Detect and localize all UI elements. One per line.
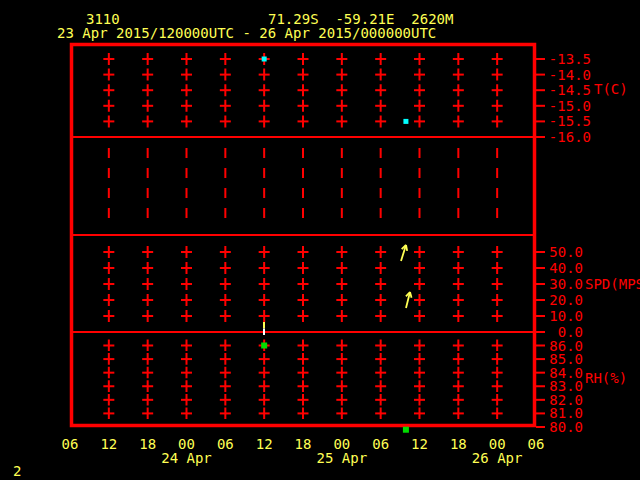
x-axis-tick-label: 18: [446, 437, 470, 451]
temperature-axis-unit-label: T(C): [594, 82, 628, 96]
x-axis-tick-label: 12: [97, 437, 121, 451]
y-axis-tick-label: 10.0: [521, 309, 583, 323]
humidity-obs-point: [403, 427, 409, 433]
station-coordinates: 71.29S -59.21E 2620M: [268, 12, 453, 26]
x-axis-tick-label: 06: [58, 437, 82, 451]
x-axis-tick-label: 00: [485, 437, 509, 451]
y-axis-tick-label: -15.5: [529, 114, 591, 128]
x-axis-tick-label: 06: [213, 437, 237, 451]
x-axis-tick-label: 00: [175, 437, 199, 451]
y-axis-tick-label: -16.0: [529, 130, 591, 144]
y-axis-tick-label: -15.0: [529, 99, 591, 113]
x-axis-date-label: 26 Apr: [469, 451, 525, 465]
y-axis-tick-label: 40.0: [521, 261, 583, 275]
station-id: 3110: [86, 12, 120, 26]
x-axis-date-label: 25 Apr: [314, 451, 370, 465]
x-axis-tick-label: 00: [330, 437, 354, 451]
time-range-label: 23 Apr 2015/120000UTC - 26 Apr 2015/0000…: [57, 26, 436, 40]
wind-direction-arrow-head: [410, 292, 412, 298]
x-axis-tick-label: 12: [252, 437, 276, 451]
meteogram-screen: 3110 71.29S -59.21E 2620M 23 Apr 2015/12…: [0, 0, 640, 480]
humidity-axis-unit-label: RH(%): [585, 371, 627, 385]
x-axis-tick-label: 06: [369, 437, 393, 451]
y-axis-tick-label: 80.0: [521, 420, 583, 434]
y-axis-tick-label: 30.0: [521, 277, 583, 291]
x-axis-tick-label: 12: [408, 437, 432, 451]
x-axis-tick-label: 18: [136, 437, 160, 451]
y-axis-tick-label: -14.5: [529, 83, 591, 97]
y-axis-tick-label: -14.0: [529, 68, 591, 82]
y-axis-tick-label: 0.0: [521, 325, 583, 339]
x-axis-date-label: 24 Apr: [159, 451, 215, 465]
y-axis-tick-label: 85.0: [521, 352, 583, 366]
x-axis-tick-label: 18: [291, 437, 315, 451]
wind-direction-arrow-head: [406, 245, 407, 251]
humidity-obs-point: [261, 343, 267, 349]
temperature-obs-point: [262, 57, 267, 62]
y-axis-tick-label: 20.0: [521, 293, 583, 307]
x-axis-tick-label: 06: [524, 437, 548, 451]
page-number: 2: [13, 464, 21, 478]
y-axis-tick-label: 50.0: [521, 245, 583, 259]
wind-speed-axis-unit-label: SPD(MPS): [585, 277, 640, 291]
temperature-obs-point: [403, 119, 408, 124]
y-axis-tick-label: -13.5: [529, 52, 591, 66]
